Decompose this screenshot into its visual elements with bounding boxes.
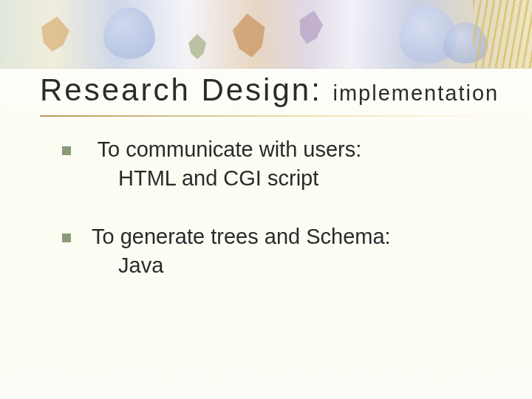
leaf-icon — [293, 7, 329, 47]
square-bullet-icon — [62, 233, 71, 242]
title-underline — [40, 115, 492, 117]
bullet-text-line1: To communicate with users: — [92, 137, 495, 162]
bullet-text-line2: HTML and CGI script — [92, 166, 495, 191]
slide: Research Design: implementation To commu… — [0, 0, 532, 399]
square-bullet-icon — [62, 146, 71, 155]
list-item: To communicate with users: HTML and CGI … — [59, 137, 495, 191]
list-item: To generate trees and Schema: Java — [59, 225, 495, 278]
wheat-icon — [473, 0, 532, 68]
body-content: To communicate with users: HTML and CGI … — [59, 137, 495, 312]
slide-title: Research Design: implementation — [40, 72, 499, 108]
title-main: Research Design: — [40, 72, 322, 107]
leaf-icon — [227, 11, 272, 59]
decorative-banner — [0, 0, 532, 69]
bullet-text-line1: To generate trees and Schema: — [92, 225, 495, 249]
leaf-icon — [186, 34, 208, 59]
leaf-icon — [35, 14, 75, 54]
title-subtitle: implementation — [333, 81, 499, 105]
bullet-text-line2: Java — [92, 253, 495, 278]
